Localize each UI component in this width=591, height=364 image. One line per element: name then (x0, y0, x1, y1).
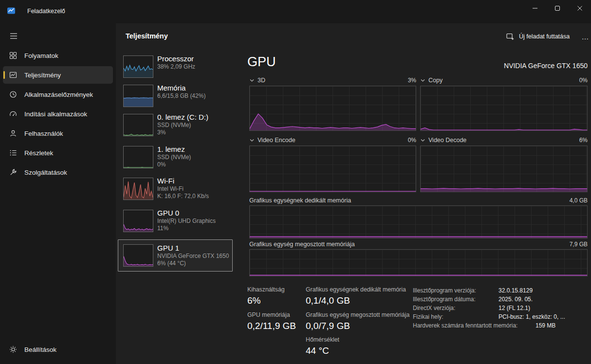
chart-label: Grafikus egység megosztott memóriája (249, 241, 355, 248)
perf-item-disk1[interactable]: 1. lemez SSD (NVMe) 0% (118, 143, 233, 171)
nav-list: Folyamatok Teljesítmény Alkalmazáselőzmé… (3, 47, 113, 183)
reserved-memory-value: 159 MB (536, 322, 555, 329)
utilization-label: Kihasználtság (247, 286, 285, 293)
users-icon (9, 129, 17, 137)
perf-item-memory[interactable]: Memória 6,6/15,8 GB (42%) (118, 82, 233, 110)
chart-label: Copy (428, 77, 443, 84)
gpu0-mini-chart (123, 210, 153, 232)
gpu-memory-value: 0,2/11,9 GB (247, 321, 296, 331)
startup-gauge-icon (9, 110, 17, 118)
window-title: Feladatkezelő (27, 8, 65, 15)
perf-item-subtitle: 0% (157, 161, 231, 168)
utilization-value: 6% (247, 295, 260, 306)
wrench-icon (9, 168, 17, 176)
navigation-sidebar: Folyamatok Teljesítmény Alkalmazáselőzmé… (0, 23, 116, 364)
perf-item-disk0[interactable]: 0. lemez (C: D:) SSD (NVMe) 3% (118, 111, 233, 139)
sidebar-item-label: Teljesítmény (24, 72, 61, 79)
new-task-icon (506, 33, 515, 41)
more-options-button[interactable]: … (579, 30, 591, 43)
perf-item-subtitle: SSD (NVMe) (157, 122, 231, 129)
gpu-dedicated-memory-chart (249, 205, 588, 238)
perf-item-subtitle: SSD (NVMe) (157, 154, 231, 161)
perf-item-gpu0[interactable]: GPU 0 Intel(R) UHD Graphics 11% (118, 207, 233, 235)
chart-header-dedicated-memory: Grafikus egységnek dedikált memória 4,0 … (249, 197, 588, 204)
sidebar-item-label: Folyamatok (24, 52, 58, 59)
chart-header-video-encode: Video Encode 0% (249, 136, 416, 144)
chart-header-3d: 3D 3% (249, 76, 416, 84)
gpu-panel-title: GPU (247, 55, 276, 70)
temperature-value: 44 °C (306, 346, 329, 356)
sidebar-item-settings[interactable]: Beállítások (3, 341, 113, 358)
physical-location-label: Fizikai hely: (413, 313, 443, 320)
disk1-mini-chart (123, 146, 153, 168)
processes-icon (9, 52, 17, 59)
dedicated-memory-label: Grafikus egységnek dedikált memória (306, 286, 406, 293)
chart-value: 0% (579, 77, 588, 84)
sidebar-item-startup-apps[interactable]: Indítási alkalmazások (3, 105, 113, 123)
physical-location-value: PCI-busz: 1, eszköz: 0, ... (499, 313, 565, 320)
driver-date-value: 2025. 09. 05. (499, 296, 533, 303)
perf-item-title: GPU 0 (157, 208, 231, 218)
perf-item-gpu1[interactable]: GPU 1 NVIDIA GeForce GTX 1650 6% (44 °C) (118, 239, 233, 272)
memory-mini-chart (123, 85, 153, 107)
chevron-down-icon[interactable] (249, 138, 255, 143)
shared-memory-value: 0,0/7,9 GB (306, 321, 350, 331)
chart-header-shared-memory: Grafikus egység megosztott memóriája 7,9… (249, 240, 588, 248)
gpu1-mini-chart (123, 244, 153, 267)
reserved-memory-label: Hardverek számára fenntartott memória: (413, 322, 517, 329)
perf-item-subtitle: 6% (44 °C) (157, 260, 231, 267)
chart-label: Video Encode (258, 137, 296, 144)
titlebar: Feladatkezelő (0, 0, 591, 23)
gpu-3d-chart (249, 86, 416, 131)
gpu-video-encode-chart (249, 146, 416, 192)
gpu-memory-label: GPU memóriája (247, 311, 290, 318)
performance-icon (9, 71, 17, 79)
run-new-task-button[interactable]: Új feladat futtatása (501, 29, 574, 44)
chevron-down-icon[interactable] (420, 138, 425, 143)
chevron-down-icon[interactable] (249, 78, 255, 83)
sidebar-item-app-history[interactable]: Alkalmazáselőzmények (3, 86, 113, 103)
gpu-shared-memory-chart (249, 249, 588, 276)
temperature-label: Hőmérséklet (306, 336, 339, 343)
driver-version-label: Illesztőprogram verziója: (413, 287, 476, 294)
minimize-button[interactable] (524, 0, 546, 17)
task-manager-window: Feladatkezelő Folyamatok (0, 0, 591, 364)
sidebar-item-label: Felhasználók (24, 130, 63, 137)
sidebar-item-label: Beállítások (24, 346, 56, 353)
menu-button[interactable] (5, 28, 22, 44)
sidebar-item-performance[interactable]: Teljesítmény (3, 66, 113, 84)
sidebar-item-details[interactable]: Részletek (3, 144, 113, 162)
perf-item-subtitle: Intel(R) UHD Graphics (157, 218, 231, 225)
chart-header-video-decode: Video Decode 6% (420, 136, 588, 144)
directx-version-label: DirectX verziója: (413, 305, 455, 311)
chart-value: 4,0 GB (570, 197, 588, 204)
perf-item-subtitle: 3% (157, 129, 231, 136)
perf-item-cpu[interactable]: Processzor 38% 2,09 GHz (118, 53, 233, 81)
chart-value: 0% (408, 137, 416, 144)
cpu-mini-chart (123, 55, 153, 78)
perf-item-subtitle: 11% (157, 225, 231, 232)
perf-item-subtitle: 38% 2,09 GHz (157, 63, 231, 71)
wifi-mini-chart (123, 178, 153, 200)
perf-item-subtitle: Intel Wi-Fi (157, 185, 231, 193)
driver-date-label: Illesztőprogram dátuma: (413, 296, 476, 303)
sidebar-item-users[interactable]: Felhasználók (3, 125, 113, 142)
chevron-down-icon[interactable] (420, 78, 425, 83)
sidebar-item-label: Részletek (24, 149, 53, 157)
perf-item-subtitle: K: 16,0 F: 72,0 Kb/s (157, 193, 231, 200)
chart-value: 7,9 GB (570, 241, 588, 248)
sidebar-item-services[interactable]: Szolgáltatások (3, 164, 113, 181)
chart-value: 6% (579, 137, 588, 144)
gear-icon (9, 346, 17, 353)
perf-item-wifi[interactable]: Wi-Fi Intel Wi-Fi K: 16,0 F: 72,0 Kb/s (118, 175, 233, 203)
close-button[interactable] (569, 0, 591, 17)
sidebar-item-label: Szolgáltatások (24, 169, 67, 176)
shared-memory-label: Grafikus egység megosztott memóriája (306, 311, 409, 318)
sidebar-item-processes[interactable]: Folyamatok (3, 47, 113, 64)
run-new-task-label: Új feladat futtatása (519, 33, 570, 40)
history-clock-icon (9, 91, 17, 98)
chart-label: Video Decode (428, 137, 466, 144)
maximize-button[interactable] (546, 0, 569, 17)
perf-item-title: GPU 1 (157, 243, 231, 253)
perf-item-title: 0. lemez (C: D:) (157, 112, 231, 122)
